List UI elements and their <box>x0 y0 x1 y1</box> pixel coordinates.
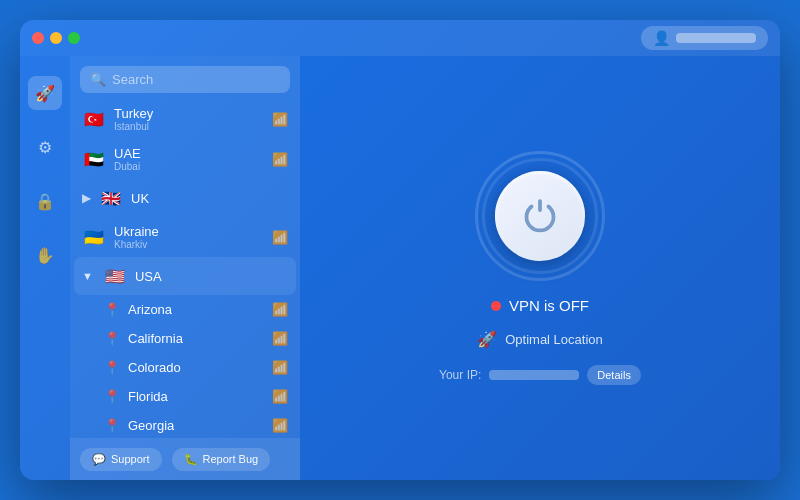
pin-icon-california: 📍 <box>104 331 120 346</box>
details-button[interactable]: Details <box>587 365 641 385</box>
ip-address-masked <box>489 370 579 380</box>
location-item-uk[interactable]: ▶ 🇬🇧 UK <box>74 179 296 217</box>
search-input[interactable] <box>112 72 280 87</box>
pin-icon-florida: 📍 <box>104 389 120 404</box>
app-window: 👤 🚀 ⚙ 🔒 ✋ 🔍 🇹🇷 T <box>20 20 780 480</box>
support-label: Support <box>111 453 150 465</box>
ip-row: Your IP: Details <box>439 365 641 385</box>
vpn-status-label: VPN is OFF <box>509 297 589 314</box>
location-info-ukraine: Ukraine Kharkiv <box>114 224 264 250</box>
signal-icon-turkey: 📶 <box>272 112 288 127</box>
location-sub-ukraine: Kharkiv <box>114 239 264 250</box>
close-button[interactable] <box>32 32 44 44</box>
bottom-bar: 💬 Support 🐛 Report Bug <box>70 438 300 480</box>
signal-icon-georgia: 📶 <box>272 418 288 433</box>
location-info-uk: UK <box>131 191 288 206</box>
ip-label: Your IP: <box>439 368 481 382</box>
signal-icon-ukraine: 📶 <box>272 230 288 245</box>
location-name-uk: UK <box>131 191 288 206</box>
city-name-california: California <box>128 331 264 346</box>
rocket-icon-optimal: 🚀 <box>477 330 497 349</box>
signal-icon-california: 📶 <box>272 331 288 346</box>
app-body: 🚀 ⚙ 🔒 ✋ 🔍 🇹🇷 Turkey Istanbul <box>20 56 780 480</box>
location-item-georgia[interactable]: 📍 Georgia 📶 <box>74 411 296 438</box>
optimal-location-label: Optimal Location <box>505 332 603 347</box>
city-name-arizona: Arizona <box>128 302 264 317</box>
signal-icon-arizona: 📶 <box>272 302 288 317</box>
location-name-uae: UAE <box>114 146 264 161</box>
flag-ukraine: 🇺🇦 <box>82 225 106 249</box>
support-button[interactable]: 💬 Support <box>80 448 162 471</box>
pin-icon-colorado: 📍 <box>104 360 120 375</box>
location-item-colorado[interactable]: 📍 Colorado 📶 <box>74 353 296 382</box>
user-icon: 👤 <box>653 30 670 46</box>
location-list: 🇹🇷 Turkey Istanbul 📶 🇦🇪 UAE Dubai 📶 <box>70 99 300 438</box>
city-name-colorado: Colorado <box>128 360 264 375</box>
city-name-georgia: Georgia <box>128 418 264 433</box>
sidebar-item-privacy[interactable]: 🔒 <box>28 184 62 218</box>
location-item-turkey[interactable]: 🇹🇷 Turkey Istanbul 📶 <box>74 99 296 139</box>
location-info-turkey: Turkey Istanbul <box>114 106 264 132</box>
title-bar: 👤 <box>20 20 780 56</box>
support-icon: 💬 <box>92 453 106 466</box>
power-button[interactable] <box>495 171 585 261</box>
flag-uae: 🇦🇪 <box>82 147 106 171</box>
optimal-location[interactable]: 🚀 Optimal Location <box>477 330 603 349</box>
flag-uk: 🇬🇧 <box>99 186 123 210</box>
right-panel: VPN is OFF 🚀 Optimal Location Your IP: D… <box>300 56 780 480</box>
user-name-masked <box>676 33 756 43</box>
bug-icon: 🐛 <box>184 453 198 466</box>
location-item-ukraine[interactable]: 🇺🇦 Ukraine Kharkiv 📶 <box>74 217 296 257</box>
chevron-right-icon-uk: ▶ <box>82 191 91 205</box>
maximize-button[interactable] <box>68 32 80 44</box>
signal-icon-florida: 📶 <box>272 389 288 404</box>
power-ring <box>475 151 605 281</box>
flag-usa: 🇺🇸 <box>103 264 127 288</box>
location-name-turkey: Turkey <box>114 106 264 121</box>
chevron-down-icon-usa: ▼ <box>82 270 93 282</box>
location-item-arizona[interactable]: 📍 Arizona 📶 <box>74 295 296 324</box>
location-panel: 🔍 🇹🇷 Turkey Istanbul 📶 🇦🇪 <box>70 56 300 480</box>
minimize-button[interactable] <box>50 32 62 44</box>
location-item-california[interactable]: 📍 California 📶 <box>74 324 296 353</box>
search-icon: 🔍 <box>90 72 106 87</box>
vpn-status: VPN is OFF <box>491 297 589 314</box>
location-name-usa: USA <box>135 269 288 284</box>
signal-icon-uae: 📶 <box>272 152 288 167</box>
status-dot-off <box>491 301 501 311</box>
location-sub-uae: Dubai <box>114 161 264 172</box>
report-bug-button[interactable]: 🐛 Report Bug <box>172 448 271 471</box>
location-info-uae: UAE Dubai <box>114 146 264 172</box>
sidebar-item-adblocker[interactable]: ✋ <box>28 238 62 272</box>
report-bug-label: Report Bug <box>203 453 259 465</box>
traffic-lights <box>32 32 80 44</box>
location-item-florida[interactable]: 📍 Florida 📶 <box>74 382 296 411</box>
location-item-usa[interactable]: ▼ 🇺🇸 USA <box>74 257 296 295</box>
location-item-uae[interactable]: 🇦🇪 UAE Dubai 📶 <box>74 139 296 179</box>
pin-icon-georgia: 📍 <box>104 418 120 433</box>
signal-icon-colorado: 📶 <box>272 360 288 375</box>
sidebar-item-settings[interactable]: ⚙ <box>28 130 62 164</box>
flag-turkey: 🇹🇷 <box>82 107 106 131</box>
search-bar: 🔍 <box>80 66 290 93</box>
location-name-ukraine: Ukraine <box>114 224 264 239</box>
location-sub-turkey: Istanbul <box>114 121 264 132</box>
user-badge[interactable]: 👤 <box>641 26 768 50</box>
sidebar-item-quick-connect[interactable]: 🚀 <box>28 76 62 110</box>
city-name-florida: Florida <box>128 389 264 404</box>
pin-icon-arizona: 📍 <box>104 302 120 317</box>
sidebar-icons: 🚀 ⚙ 🔒 ✋ <box>20 56 70 480</box>
